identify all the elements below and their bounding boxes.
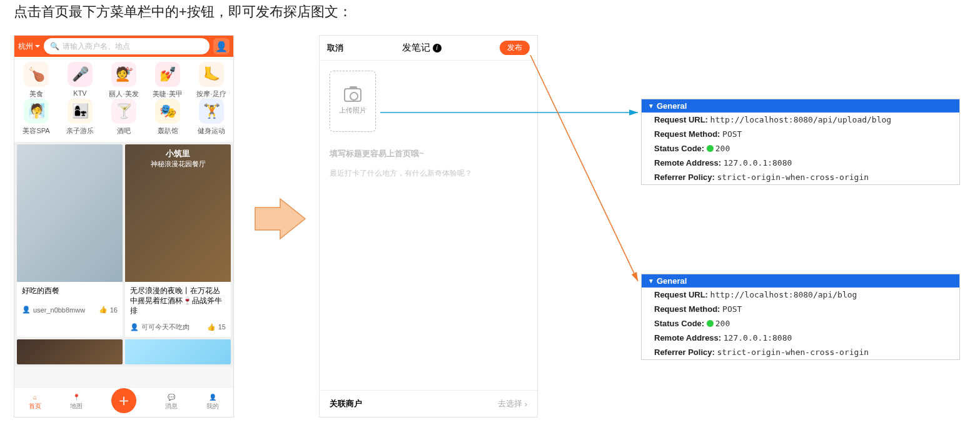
search-input[interactable]: 🔍 请输入商户名、地点 bbox=[44, 38, 210, 54]
category-label: 健身运动 bbox=[198, 126, 225, 136]
category-item[interactable]: 🎤KTV bbox=[58, 62, 102, 99]
tab-messages[interactable]: 💬 消息 bbox=[165, 394, 178, 411]
home-icon: ⌂ bbox=[33, 394, 37, 401]
value-referrer-policy: strict-origin-when-cross-origin bbox=[717, 172, 869, 182]
value-request-method: POST bbox=[722, 129, 742, 139]
feed-overlay-title: 小筑里 bbox=[166, 148, 190, 159]
value-status-code: 200 bbox=[715, 144, 730, 153]
cancel-button[interactable]: 取消 bbox=[327, 42, 343, 54]
compose-header: 取消 发笔记 i 发布 bbox=[320, 36, 537, 61]
value-request-url: http://localhost:8080/api/blog bbox=[710, 290, 857, 299]
upload-label: 上传照片 bbox=[339, 106, 366, 115]
compose-title: 发笔记 i bbox=[402, 42, 442, 54]
label-status-code: Status Code: bbox=[654, 144, 704, 153]
feed-title: 无尽浪漫的夜晚丨在万花丛中摇晃着红酒杯🍷品战斧牛排 bbox=[125, 282, 231, 320]
related-merchant-row[interactable]: 关联商户 去选择 › bbox=[320, 390, 537, 417]
category-icon: 🎭 bbox=[155, 99, 180, 124]
category-item[interactable]: 💇丽人·美发 bbox=[102, 62, 146, 99]
category-icon: 🦶 bbox=[199, 62, 224, 87]
feed-user: user_n0bb8mww bbox=[33, 306, 85, 314]
thumbs-up-icon: 👍 bbox=[99, 306, 108, 314]
category-icon: 🎤 bbox=[68, 62, 93, 87]
thumbs-up-icon: 👍 bbox=[207, 323, 216, 331]
category-icon: 🧖 bbox=[24, 99, 49, 124]
compose-plus-button[interactable]: ＋ bbox=[111, 388, 136, 413]
label-request-url: Request URL: bbox=[654, 290, 708, 299]
phone-home-mock: 杭州 🔍 请输入商户名、地点 👤 🍗美食🎤KTV💇丽人·美发💅美睫·美甲🦶按摩·… bbox=[14, 35, 234, 418]
category-item[interactable]: 🏋️健身运动 bbox=[189, 99, 233, 136]
category-item[interactable]: 🎭轰趴馆 bbox=[146, 99, 189, 136]
feed-title: 好吃的西餐 bbox=[17, 282, 123, 303]
feed-likes: 15 bbox=[218, 323, 226, 331]
category-item[interactable]: 🍗美食 bbox=[14, 62, 58, 99]
devtools-panel-upload: General Request URL: http://localhost:80… bbox=[641, 99, 960, 185]
label-remote-address: Remote Address: bbox=[654, 333, 721, 342]
phone-compose-mock: 取消 发笔记 i 发布 上传照片 填写标题更容易上首页哦~ 最近打卡了什么地方，… bbox=[319, 35, 538, 418]
select-label: 去选择 bbox=[498, 398, 522, 409]
category-label: 轰趴馆 bbox=[158, 126, 178, 136]
city-selector[interactable]: 杭州 bbox=[18, 41, 40, 52]
feed-image bbox=[17, 339, 123, 364]
category-item[interactable]: 🍸酒吧 bbox=[102, 99, 146, 136]
info-icon[interactable]: i bbox=[433, 44, 442, 52]
home-topbar: 杭州 🔍 请输入商户名、地点 👤 bbox=[14, 36, 233, 57]
feed-card[interactable]: 好吃的西餐 👤user_n0bb8mww 👍16 bbox=[17, 144, 123, 337]
value-remote-address: 127.0.0.1:8080 bbox=[724, 158, 792, 168]
devtools-general-header[interactable]: General bbox=[642, 99, 959, 112]
devtools-panel-blog: General Request URL: http://localhost:80… bbox=[641, 274, 960, 360]
feed-image bbox=[17, 144, 123, 282]
value-referrer-policy: strict-origin-when-cross-origin bbox=[717, 348, 869, 357]
feed-card-stub[interactable] bbox=[125, 339, 231, 364]
category-item[interactable]: 👩‍👧亲子游乐 bbox=[58, 99, 102, 136]
compose-title-text: 发笔记 bbox=[402, 42, 430, 54]
category-grid: 🍗美食🎤KTV💇丽人·美发💅美睫·美甲🦶按摩·足疗🧖美容SPA👩‍👧亲子游乐🍸酒… bbox=[14, 57, 233, 142]
category-label: 美容SPA bbox=[23, 126, 49, 136]
category-label: 丽人·美发 bbox=[109, 89, 138, 99]
label-referrer-policy: Referrer Policy: bbox=[654, 172, 715, 182]
user-icon: 👤 bbox=[209, 394, 216, 401]
category-label: 亲子游乐 bbox=[66, 126, 94, 136]
chat-icon: 💬 bbox=[168, 394, 175, 401]
tab-mine[interactable]: 👤 我的 bbox=[206, 394, 219, 411]
category-label: KTV bbox=[73, 89, 86, 97]
label-remote-address: Remote Address: bbox=[654, 158, 721, 168]
feed-card[interactable]: 小筑里 神秘浪漫花园餐厅 无尽浪漫的夜晚丨在万花丛中摇晃着红酒杯🍷品战斧牛排 👤… bbox=[125, 144, 231, 337]
note-title-input[interactable]: 填写标题更容易上首页哦~ bbox=[330, 142, 527, 166]
svg-marker-0 bbox=[255, 199, 305, 239]
feed-meta: 👤可可今天不吃肉 👍15 bbox=[125, 320, 231, 337]
category-item[interactable]: 🦶按摩·足疗 bbox=[189, 62, 233, 99]
category-label: 酒吧 bbox=[117, 126, 131, 136]
search-placeholder: 请输入商户名、地点 bbox=[63, 41, 130, 52]
note-body-input[interactable]: 最近打卡了什么地方，有什么新奇体验呢？ bbox=[330, 166, 527, 181]
camera-icon bbox=[344, 88, 361, 102]
publish-button[interactable]: 发布 bbox=[500, 41, 530, 55]
category-icon: 👩‍👧 bbox=[68, 99, 93, 124]
category-icon: 💅 bbox=[155, 62, 180, 87]
feed-likes: 16 bbox=[110, 306, 118, 314]
flow-arrow-icon bbox=[255, 194, 305, 244]
feed-card-stub[interactable] bbox=[17, 339, 123, 364]
value-status-code: 200 bbox=[715, 319, 730, 328]
tab-label: 我的 bbox=[206, 402, 219, 411]
category-label: 美睫·美甲 bbox=[153, 89, 182, 99]
category-item[interactable]: 🧖美容SPA bbox=[14, 99, 58, 136]
user-avatar-icon: 👤 bbox=[130, 323, 139, 331]
category-label: 按摩·足疗 bbox=[196, 89, 226, 99]
category-item[interactable]: 💅美睫·美甲 bbox=[146, 62, 189, 99]
feed-overlay-sub: 神秘浪漫花园餐厅 bbox=[151, 159, 206, 169]
chevron-right-icon: › bbox=[525, 399, 527, 409]
tab-home[interactable]: ⌂ 首页 bbox=[29, 394, 41, 411]
devtools-general-header[interactable]: General bbox=[642, 274, 959, 288]
category-label: 美食 bbox=[29, 89, 43, 99]
tab-label: 首页 bbox=[29, 402, 41, 411]
category-icon: 🏋️ bbox=[199, 99, 224, 124]
label-request-method: Request Method: bbox=[654, 129, 720, 139]
bottom-tabbar: ⌂ 首页 📍 地图 ＋ 💬 消息 👤 我的 bbox=[14, 387, 233, 417]
user-icon[interactable]: 👤 bbox=[213, 38, 230, 54]
feed-image: 小筑里 神秘浪漫花园餐厅 bbox=[125, 144, 231, 282]
upload-photo-button[interactable]: 上传照片 bbox=[330, 71, 376, 132]
tab-map[interactable]: 📍 地图 bbox=[70, 394, 83, 411]
related-merchant-label: 关联商户 bbox=[330, 398, 362, 409]
page-heading: 点击首页最下方菜单栏中的+按钮，即可发布探店图文： bbox=[14, 2, 352, 21]
label-request-url: Request URL: bbox=[654, 115, 708, 124]
